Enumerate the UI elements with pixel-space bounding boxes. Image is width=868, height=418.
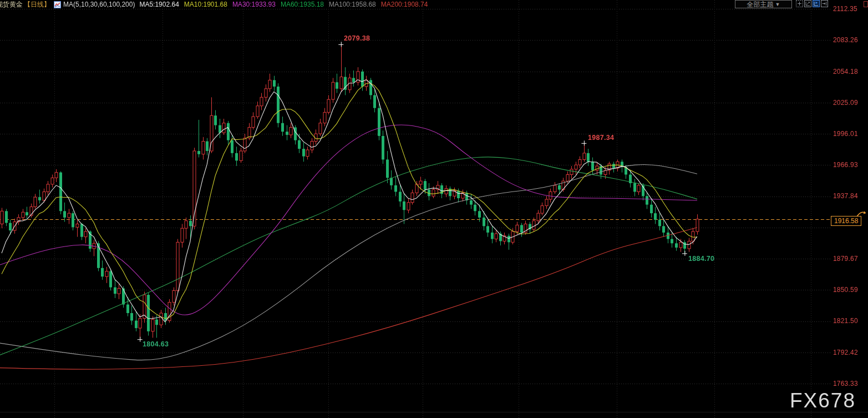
fx678-watermark: FX678 — [790, 389, 856, 412]
bottom-divider — [0, 412, 868, 412]
symbol-title: 现货黄金 — [0, 0, 23, 9]
shift-chart-icon[interactable] — [821, 0, 828, 7]
ma10-legend: MA10:1901.68 — [184, 1, 227, 8]
price-arrow-icon — [856, 209, 867, 218]
high-price-annotation: 2079.38 — [344, 34, 370, 42]
toolbar-icon-group — [796, 0, 829, 7]
auto-scale-icon[interactable] — [813, 0, 820, 7]
ma60-legend: MA60:1935.18 — [281, 1, 324, 8]
axis-price-label: 1763.33 — [833, 380, 858, 387]
scale-axis-icon[interactable] — [804, 0, 811, 7]
axis-price-label: 2112.35 — [833, 5, 857, 13]
axis-price-label: 1879.67 — [833, 255, 858, 263]
axis-price-label: 1937.84 — [833, 192, 858, 200]
axis-price-label: 1792.42 — [833, 349, 858, 356]
low-price-annotation: 1804.63 — [143, 340, 169, 348]
candlestick-chart-canvas[interactable] — [0, 0, 868, 418]
ma-summary-label: MA(5,10,30,60,100,200) — [63, 1, 135, 8]
ma5-legend: MA5:1902.64 — [139, 1, 179, 8]
corner-badge-icon[interactable] — [864, 1, 868, 7]
axis-price-label: 1850.59 — [833, 286, 858, 294]
trading-chart-window: 现货黄金 【日线】 MA(5,10,30,60,100,200) MA5:190… — [0, 0, 868, 418]
ma200-legend: MA200:1908.74 — [381, 1, 428, 8]
axis-price-label: 2054.18 — [833, 68, 858, 75]
theme-dropdown[interactable]: 全部主题 ▼ — [735, 0, 792, 8]
chart-header: 现货黄金 【日线】 MA(5,10,30,60,100,200) MA5:190… — [0, 0, 433, 9]
chevron-down-icon: ▼ — [775, 1, 780, 8]
ma30-legend: MA30:1933.93 — [232, 1, 276, 8]
pan-icon[interactable] — [796, 0, 803, 7]
axis-price-label: 1821.50 — [833, 317, 858, 325]
swing-high-annotation: 1987.34 — [588, 134, 614, 142]
axis-price-label: 1996.01 — [833, 130, 858, 138]
ma100-legend: MA100:1958.68 — [329, 1, 376, 8]
chart-type-icon[interactable] — [54, 1, 61, 8]
theme-dropdown-label: 全部主题 — [747, 1, 774, 8]
axis-price-label: 2083.26 — [833, 36, 858, 44]
axis-price-label: 2025.09 — [833, 99, 858, 107]
interval-label[interactable]: 【日线】 — [24, 0, 50, 9]
chart-toolbar: 全部主题 ▼ — [735, 0, 829, 8]
axis-price-label: 1966.93 — [833, 161, 858, 169]
swing-low-annotation: 1884.70 — [688, 255, 714, 263]
